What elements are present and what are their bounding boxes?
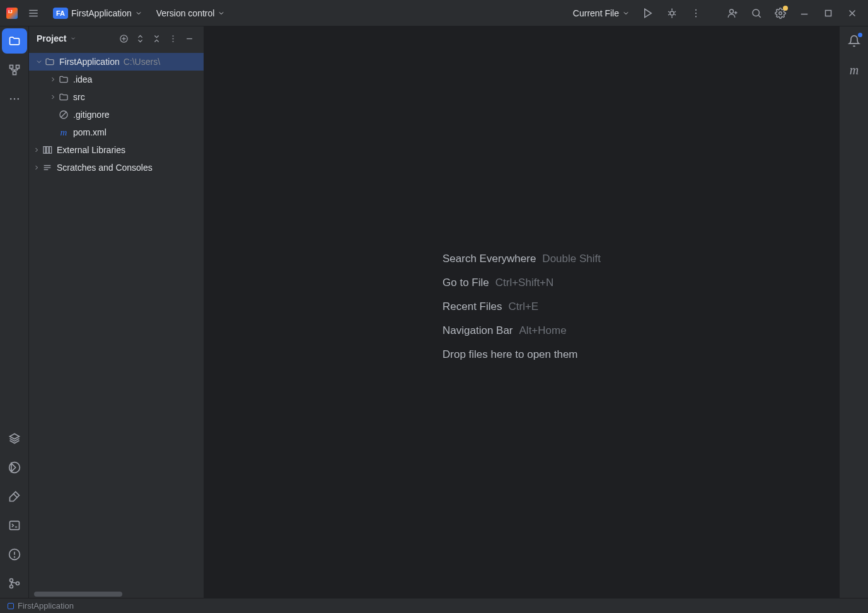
more-tools-button[interactable] <box>0 84 29 113</box>
svg-marker-3 <box>645 9 652 18</box>
hint-shortcut: Ctrl+E <box>509 301 539 312</box>
svg-point-12 <box>695 12 697 13</box>
svg-line-9 <box>674 14 676 15</box>
vcs-label: Version control <box>156 8 215 18</box>
expand-all-button[interactable] <box>133 32 147 45</box>
svg-point-19 <box>779 11 782 14</box>
svg-point-41 <box>14 557 15 558</box>
svg-point-51 <box>172 40 173 42</box>
hide-panel-button[interactable] <box>182 32 196 45</box>
svg-point-13 <box>695 16 697 17</box>
folder-icon <box>58 92 69 102</box>
tree-path: C:\Users\ <box>124 57 160 67</box>
svg-marker-34 <box>10 434 20 439</box>
project-panel-title: Project <box>37 33 66 43</box>
close-window-button[interactable] <box>843 4 862 23</box>
structure-tool-button[interactable] <box>0 55 29 84</box>
tree-arrow-icon[interactable] <box>34 58 44 66</box>
tree-row[interactable]: .gitignore <box>29 106 204 123</box>
git-tool-button[interactable] <box>0 569 29 598</box>
tree-row[interactable]: mpom.xml <box>29 123 204 141</box>
svg-marker-35 <box>11 463 16 471</box>
svg-point-11 <box>695 9 697 10</box>
svg-point-44 <box>16 582 20 585</box>
search-everywhere-button[interactable] <box>747 4 766 23</box>
editor-hint[interactable]: Navigation BarAlt+Home <box>443 324 601 337</box>
editor-empty-area[interactable]: Search EverywhereDouble ShiftGo to FileC… <box>204 26 839 598</box>
tree-row[interactable]: src <box>29 88 204 106</box>
chevron-down-icon <box>217 9 225 17</box>
maximize-button[interactable] <box>819 4 838 23</box>
hint-shortcut: Alt+Home <box>519 324 567 336</box>
horizontal-scrollbar[interactable] <box>34 592 122 597</box>
svg-point-14 <box>730 9 734 13</box>
svg-line-18 <box>758 15 760 17</box>
hint-shortcut: Double Shift <box>542 253 601 265</box>
tree-row[interactable]: External Libraries <box>29 141 204 159</box>
status-bar: FirstApplication <box>0 598 868 613</box>
project-badge: FA <box>53 8 68 19</box>
svg-point-50 <box>172 38 173 39</box>
svg-point-31 <box>10 98 11 100</box>
svg-point-4 <box>670 11 674 15</box>
svg-rect-57 <box>49 147 51 154</box>
chevron-down-icon <box>622 9 630 17</box>
tree-label: .idea <box>73 74 92 84</box>
problems-tool-button[interactable] <box>0 540 29 569</box>
minimize-button[interactable] <box>795 4 814 23</box>
svg-point-49 <box>172 35 173 37</box>
vcs-selector[interactable]: Version control <box>153 6 229 21</box>
project-tool-button[interactable] <box>2 28 27 54</box>
tree-arrow-icon[interactable] <box>48 93 58 101</box>
tree-row[interactable]: Scratches and Consoles <box>29 159 204 176</box>
code-with-me-button[interactable] <box>723 4 742 23</box>
run-button[interactable] <box>639 4 657 23</box>
tree-arrow-icon[interactable] <box>32 146 42 154</box>
svg-line-54 <box>61 112 66 117</box>
gitignore-icon <box>58 110 69 120</box>
more-run-button[interactable] <box>686 4 705 23</box>
terminal-tool-button[interactable] <box>0 511 29 540</box>
svg-point-43 <box>10 585 13 588</box>
library-icon <box>42 145 53 155</box>
tree-label: FirstApplication <box>59 57 120 67</box>
svg-point-42 <box>10 579 13 582</box>
tree-label: pom.xml <box>73 127 107 137</box>
svg-rect-37 <box>10 521 20 529</box>
module-icon <box>8 603 14 609</box>
project-tree[interactable]: FirstApplicationC:\Users\.ideasrc.gitign… <box>29 50 204 176</box>
main-menu-button[interactable] <box>24 4 43 23</box>
build-tool-button[interactable] <box>0 482 29 511</box>
tree-arrow-icon[interactable] <box>48 76 58 83</box>
notifications-button[interactable] <box>840 26 868 55</box>
project-selector[interactable]: FA FirstApplication <box>49 5 146 21</box>
panel-options-button[interactable] <box>166 32 180 45</box>
debug-button[interactable] <box>663 4 681 23</box>
tree-label: src <box>73 92 85 102</box>
scratch-icon <box>42 163 53 173</box>
hint-action: Navigation Bar <box>443 324 513 336</box>
top-bar: FA FirstApplication Version control Curr… <box>0 0 868 26</box>
status-module[interactable]: FirstApplication <box>8 601 74 610</box>
tree-label: Scratches and Consoles <box>57 163 153 173</box>
database-tool-button[interactable] <box>0 424 29 453</box>
left-toolbar <box>0 26 29 598</box>
settings-button[interactable] <box>771 4 790 23</box>
tree-row[interactable]: FirstApplicationC:\Users\ <box>29 53 204 71</box>
editor-hint[interactable]: Recent FilesCtrl+E <box>443 301 601 313</box>
editor-hint: Drop files here to open them <box>443 348 601 361</box>
editor-hint[interactable]: Go to FileCtrl+Shift+N <box>443 277 601 289</box>
app-logo-icon <box>6 8 18 19</box>
tree-arrow-icon[interactable] <box>32 164 42 171</box>
chevron-down-icon[interactable] <box>70 35 76 42</box>
select-opened-file-button[interactable] <box>117 32 130 45</box>
svg-rect-24 <box>10 66 13 69</box>
maven-tool-button[interactable]: m <box>840 55 868 84</box>
collapse-all-button[interactable] <box>149 32 163 45</box>
project-icon <box>44 57 55 67</box>
tree-label: .gitignore <box>73 110 110 120</box>
services-tool-button[interactable] <box>0 453 29 482</box>
editor-hint[interactable]: Search EverywhereDouble Shift <box>443 253 601 265</box>
run-config-selector[interactable]: Current File <box>569 6 634 21</box>
tree-row[interactable]: .idea <box>29 71 204 88</box>
